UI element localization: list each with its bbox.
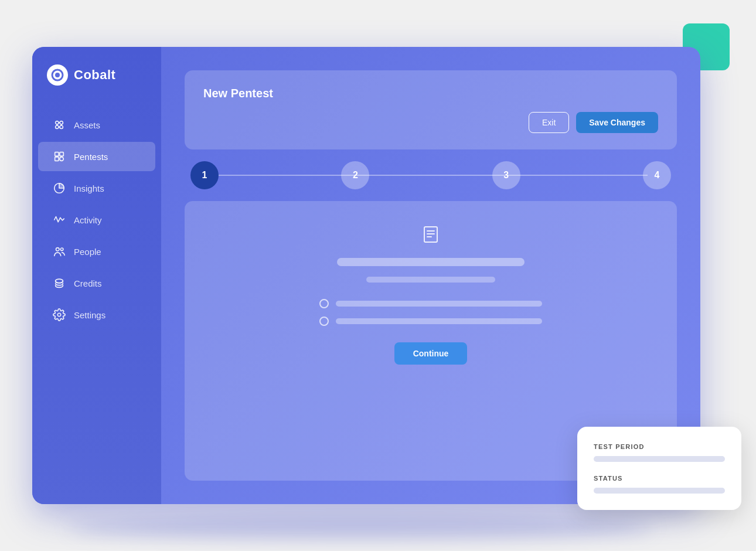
insights-icon <box>53 182 66 195</box>
sidebar-item-settings-label: Settings <box>74 310 105 320</box>
info-card: TEST PERIOD STATUS <box>577 427 741 510</box>
status-label: STATUS <box>594 475 725 482</box>
sidebar: Cobalt Assets Pentests <box>32 47 161 504</box>
option-1-bar <box>336 301 542 307</box>
step-3[interactable]: 3 <box>492 161 520 189</box>
form-option-2[interactable] <box>319 317 542 326</box>
svg-rect-12 <box>55 157 59 161</box>
svg-point-16 <box>60 248 63 251</box>
assets-icon <box>53 118 66 131</box>
sidebar-item-insights-label: Insights <box>74 183 104 193</box>
sidebar-item-activity-label: Activity <box>74 215 102 225</box>
step-4[interactable]: 4 <box>643 161 671 189</box>
step-2[interactable]: 2 <box>341 161 369 189</box>
people-icon <box>53 245 66 258</box>
continue-button[interactable]: Continue <box>394 342 468 365</box>
test-period-section: TEST PERIOD <box>594 443 725 462</box>
status-bar <box>594 488 725 494</box>
sidebar-item-activity[interactable]: Activity <box>38 205 155 234</box>
form-icon <box>421 225 440 247</box>
svg-point-13 <box>60 157 63 161</box>
bottom-shadow <box>67 516 653 539</box>
svg-rect-10 <box>55 152 59 156</box>
header-card: New Pentest Exit Save Changes <box>185 70 677 149</box>
pentests-icon <box>53 150 66 163</box>
sidebar-item-credits-label: Credits <box>74 278 102 288</box>
sidebar-item-people[interactable]: People <box>38 237 155 266</box>
sidebar-item-credits[interactable]: Credits <box>38 268 155 298</box>
exit-button[interactable]: Exit <box>529 112 569 133</box>
activity-icon <box>53 213 66 226</box>
form-subtitle-placeholder <box>366 277 495 283</box>
sidebar-item-people-label: People <box>74 247 101 257</box>
svg-point-1 <box>55 73 60 77</box>
credits-icon <box>53 277 66 290</box>
radio-1[interactable] <box>319 299 329 308</box>
status-section: STATUS <box>594 475 725 494</box>
form-option-1[interactable] <box>319 299 542 308</box>
sidebar-item-assets-label: Assets <box>74 120 100 130</box>
form-options <box>319 299 542 326</box>
form-title-placeholder <box>337 258 525 266</box>
svg-point-18 <box>57 313 61 317</box>
test-period-bar <box>594 456 725 462</box>
sidebar-item-pentests[interactable]: Pentests <box>38 142 155 171</box>
sidebar-item-pentests-label: Pentests <box>74 152 108 162</box>
settings-icon <box>53 308 66 321</box>
sidebar-item-assets[interactable]: Assets <box>38 110 155 140</box>
stepper: 1 2 3 4 <box>185 161 677 189</box>
logo: Cobalt <box>32 64 161 109</box>
logo-icon <box>47 64 68 86</box>
logo-text: Cobalt <box>74 67 115 83</box>
sidebar-item-insights[interactable]: Insights <box>38 174 155 203</box>
sidebar-item-settings[interactable]: Settings <box>38 300 155 329</box>
test-period-label: TEST PERIOD <box>594 443 725 450</box>
radio-2[interactable] <box>319 317 329 326</box>
page-title: New Pentest <box>203 87 658 100</box>
header-actions: Exit Save Changes <box>203 112 658 133</box>
svg-rect-11 <box>60 152 63 156</box>
stepper-line <box>214 175 648 176</box>
save-button[interactable]: Save Changes <box>576 112 658 133</box>
svg-point-15 <box>56 248 60 251</box>
option-2-bar <box>336 318 542 324</box>
step-1[interactable]: 1 <box>190 161 219 189</box>
